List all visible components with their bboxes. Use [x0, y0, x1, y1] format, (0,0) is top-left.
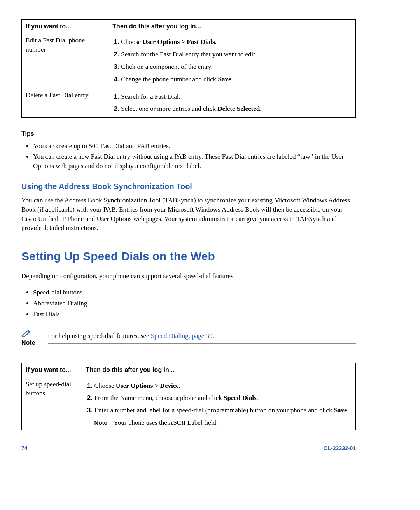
speed-dialing-link[interactable]: Speed Dialing, page 39: [151, 332, 213, 340]
tip-item: You can create a new Fast Dial entry wit…: [33, 151, 356, 172]
t2-h2: Then do this after you log in...: [82, 363, 355, 377]
page-footer: 74 OL-22332-01: [21, 442, 356, 452]
step-item: Search for the Fast Dial entry that you …: [121, 48, 352, 61]
feature-item: Speed-dial buttons: [33, 287, 356, 298]
table-row-steps: Choose User Options > Fast Dials.Search …: [108, 33, 356, 88]
step-item: Choose User Options > Device.: [94, 380, 352, 392]
step-item: Choose User Options > Fast Dials.: [121, 36, 352, 48]
step-item: Click on a component of the entry.: [121, 61, 352, 73]
step-item: Change the phone number and click Save.: [121, 73, 352, 86]
tip-item: You can create up to 500 Fast Dial and P…: [33, 141, 356, 152]
step-item: Search for a Fast Dial.: [121, 91, 352, 103]
pencil-icon: [21, 329, 32, 337]
section-heading-tabsynch: Using the Address Book Synchronization T…: [21, 181, 356, 192]
feature-item: Fast Dials: [33, 309, 356, 320]
t1-h2: Then do this after you log in...: [108, 20, 356, 33]
t2-steps-cell: Choose User Options > Device.From the Na…: [82, 377, 355, 430]
note-label: Note: [21, 339, 35, 346]
note-block: Note For help using speed-dial features,…: [21, 329, 356, 347]
tips-list: You can create up to 500 Fast Dial and P…: [21, 141, 356, 172]
section-heading-speed-dials: Setting Up Speed Dials on the Web: [21, 248, 356, 265]
step-item: From the Name menu, choose a phone and c…: [94, 392, 352, 404]
t2-h1: If you want to...: [22, 363, 82, 377]
t2-task: Set up speed-dial buttons: [22, 377, 82, 430]
tips-heading: Tips: [21, 130, 356, 138]
inline-note-label: Note: [94, 419, 112, 427]
speed-dial-intro: Depending on configuration, your phone c…: [21, 272, 356, 281]
feature-item: Abbreviated Dialing: [33, 298, 356, 309]
page-number: 74: [21, 445, 28, 452]
doc-id: OL-22332-01: [324, 445, 356, 452]
note-text: For help using speed-dial features, see …: [48, 329, 356, 344]
step-item: Select one or more entries and click Del…: [121, 103, 352, 115]
table-row-task: Delete a Fast Dial entry: [22, 88, 108, 118]
tabsynch-paragraph: You can use the Address Book Synchroniza…: [21, 196, 356, 233]
table-row-steps: Search for a Fast Dial.Select one or mor…: [108, 88, 356, 118]
table-row-task: Edit a Fast Dial phone number: [22, 33, 108, 88]
speed-dial-table: If you want to... Then do this after you…: [21, 363, 356, 430]
features-list: Speed-dial buttonsAbbreviated DialingFas…: [21, 287, 356, 319]
inline-note-text: Your phone uses the ASCII Label field.: [114, 419, 218, 426]
t1-h1: If you want to...: [22, 20, 108, 33]
fast-dial-table: If you want to... Then do this after you…: [21, 19, 356, 118]
step-item: Enter a number and label for a speed-dia…: [94, 404, 352, 417]
